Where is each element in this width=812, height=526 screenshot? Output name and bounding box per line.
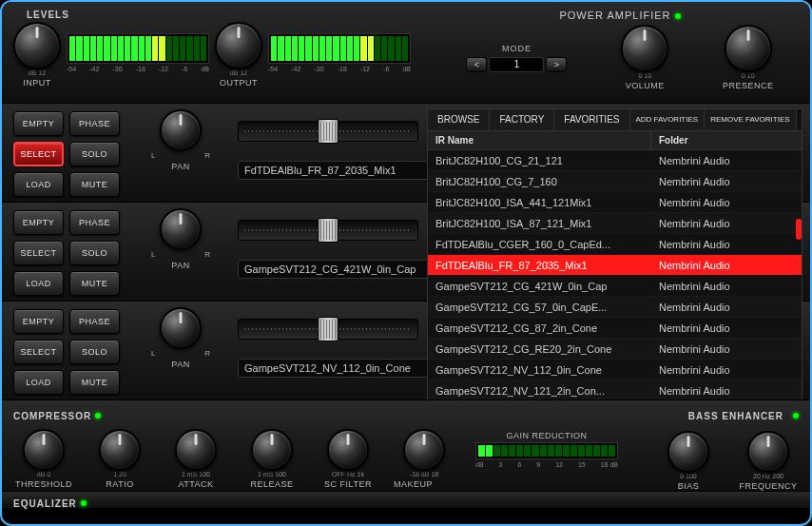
ratio-label: RATIO	[106, 479, 133, 489]
table-row[interactable]: BritJC82H100_ISA_87_121_Mix1Nembrini Aud…	[428, 213, 802, 234]
bias-knob[interactable]	[667, 431, 709, 473]
input-knob[interactable]	[13, 22, 61, 69]
threshold-knob[interactable]	[23, 429, 65, 471]
levels-title: LEVELS	[27, 10, 418, 20]
load-button[interactable]: LOAD	[13, 271, 64, 296]
pan-knob[interactable]	[160, 109, 202, 151]
output-ticks: dB 12	[230, 69, 247, 76]
ir-name-cell: GampeSVT212_NV_121_2in_Con...	[428, 385, 651, 397]
pan-knob[interactable]	[160, 307, 202, 349]
presence-label: PRESENCE	[723, 81, 774, 90]
bias-label: BIAS	[678, 481, 700, 491]
ir-name-cell: GampeSVT212_CG_57_0in_CapE...	[428, 302, 651, 313]
equalizer-title: EQUALIZER	[13, 498, 77, 509]
folder-cell: Nembrini Audio	[651, 197, 802, 208]
gr-scale: dB369121518 dB	[475, 461, 618, 468]
ir-name-cell: GampeSVT212_CG_87_2in_Cone	[428, 322, 651, 334]
pan-label: PAN	[171, 162, 189, 171]
column-ir-name[interactable]: IR Name	[428, 131, 651, 149]
tab-favorites[interactable]: FAVORITIES	[554, 109, 629, 130]
mute-button[interactable]: MUTE	[69, 370, 120, 395]
table-row[interactable]: GampeSVT212_CG_RE20_2in_ConeNembrini Aud…	[428, 339, 802, 360]
ir-browser: BROWSE FACTORY FAVORITIES ADD FAVORITIES…	[427, 108, 802, 413]
folder-cell: Nembrini Audio	[651, 176, 802, 187]
power-amp-title: POWER AMPLIFIER	[559, 10, 670, 21]
compressor-title: COMPRESSOR	[13, 411, 91, 421]
select-button[interactable]: SELECT	[13, 241, 64, 265]
ir-name-cell: BritJC82H100_CG_21_121	[428, 155, 651, 166]
select-button[interactable]: SELECT	[13, 340, 64, 364]
table-row[interactable]: FdTDEAlBlu_FR_87_2035_Mix1Nembrini Audio	[428, 255, 802, 276]
level-slider[interactable]	[238, 319, 418, 340]
ir-name-cell: BritJC82H100_CG_7_160	[428, 176, 651, 187]
table-row[interactable]: GampeSVT212_NV_112_0in_ConeNembrini Audi…	[428, 360, 802, 380]
pan-label: PAN	[171, 360, 189, 369]
pan-label: PAN	[171, 261, 189, 270]
compressor-led	[95, 413, 101, 419]
folder-cell: Nembrini Audio	[651, 322, 802, 334]
mute-button[interactable]: MUTE	[69, 172, 120, 197]
tab-browse[interactable]: BROWSE	[428, 109, 490, 130]
folder-cell: Nembrini Audio	[651, 281, 802, 292]
attack-label: ATTACK	[178, 479, 213, 489]
release-knob[interactable]	[251, 429, 293, 471]
folder-cell: Nembrini Audio	[651, 155, 802, 166]
mute-button[interactable]: MUTE	[69, 271, 120, 296]
phase-button[interactable]: PHASE	[69, 210, 120, 235]
input-ticks: dB 12	[29, 69, 46, 76]
solo-button[interactable]: SOLO	[69, 142, 120, 166]
presence-knob[interactable]	[725, 25, 772, 72]
ir-name-cell: GampeSVT212_NV_112_0in_Cone	[428, 364, 651, 376]
solo-button[interactable]: SOLO	[69, 340, 120, 364]
input-meter-scale: -54-42-30-18-12-6dB	[67, 66, 209, 72]
ir-name-cell: GampeSVT212_CG_RE20_2in_Cone	[428, 343, 651, 355]
tab-remove-favorites[interactable]: REMOVE FAVORITIES	[705, 109, 796, 130]
table-row[interactable]: GampeSVT212_CG_57_0in_CapE...Nembrini Au…	[428, 297, 802, 318]
empty-button[interactable]: EMPTY	[13, 309, 64, 334]
scfilter-knob[interactable]	[327, 429, 369, 471]
volume-knob[interactable]	[621, 25, 668, 72]
scrollbar-thumb[interactable]	[796, 219, 802, 240]
ir-name-cell: BritJC82H100_ISA_87_121_Mix1	[428, 218, 651, 229]
load-button[interactable]: LOAD	[13, 370, 64, 395]
column-folder[interactable]: Folder	[651, 131, 802, 149]
mode-label: MODE	[466, 44, 567, 53]
frequency-knob[interactable]	[747, 431, 789, 473]
table-row[interactable]: FdTDEAlBlu_CGER_160_0_CapEd...Nembrini A…	[428, 234, 802, 255]
input-meter	[67, 33, 209, 64]
mode-next-button[interactable]: >	[546, 57, 567, 72]
table-row[interactable]: GampeSVT212_NV_121_2in_Con...Nembrini Au…	[428, 380, 802, 401]
gain-reduction-label: GAIN REDUCTION	[475, 431, 618, 440]
mode-prev-button[interactable]: <	[466, 57, 487, 72]
load-button[interactable]: LOAD	[13, 172, 64, 197]
equalizer-led	[81, 500, 87, 506]
tab-factory[interactable]: FACTORY	[490, 109, 554, 130]
pan-knob[interactable]	[160, 208, 202, 250]
select-button[interactable]: SELECT	[13, 142, 64, 166]
mode-value: 1	[489, 57, 544, 72]
empty-button[interactable]: EMPTY	[13, 111, 64, 136]
threshold-label: THRESHOLD	[15, 479, 72, 489]
volume-ticks: 0 10	[638, 72, 651, 79]
table-row[interactable]: GampeSVT212_CG_421W_0in_CapNembrini Audi…	[428, 276, 802, 297]
tab-add-favorites[interactable]: ADD FAVORITIES	[630, 109, 706, 130]
makeup-knob[interactable]	[403, 429, 445, 471]
folder-cell: Nembrini Audio	[651, 364, 802, 376]
table-row[interactable]: BritJC82H100_CG_7_160Nembrini Audio	[428, 171, 802, 192]
phase-button[interactable]: PHASE	[69, 309, 120, 334]
empty-button[interactable]: EMPTY	[13, 210, 64, 235]
level-slider[interactable]	[238, 121, 418, 142]
folder-cell: Nembrini Audio	[651, 239, 802, 250]
output-knob[interactable]	[215, 22, 262, 69]
volume-label: VOLUME	[626, 81, 665, 90]
table-row[interactable]: BritJC82H100_CG_21_121Nembrini Audio	[428, 150, 802, 171]
ratio-knob[interactable]	[99, 429, 141, 471]
phase-button[interactable]: PHASE	[69, 111, 120, 136]
level-slider[interactable]	[238, 220, 418, 241]
table-row[interactable]: BritJC82H100_ISA_441_121Mix1Nembrini Aud…	[428, 192, 802, 213]
attack-knob[interactable]	[175, 429, 217, 471]
table-row[interactable]: GampeSVT212_CG_87_2in_ConeNembrini Audio	[428, 318, 802, 339]
folder-cell: Nembrini Audio	[651, 343, 802, 355]
scfilter-label: SC FILTER	[324, 479, 372, 489]
solo-button[interactable]: SOLO	[69, 241, 120, 265]
